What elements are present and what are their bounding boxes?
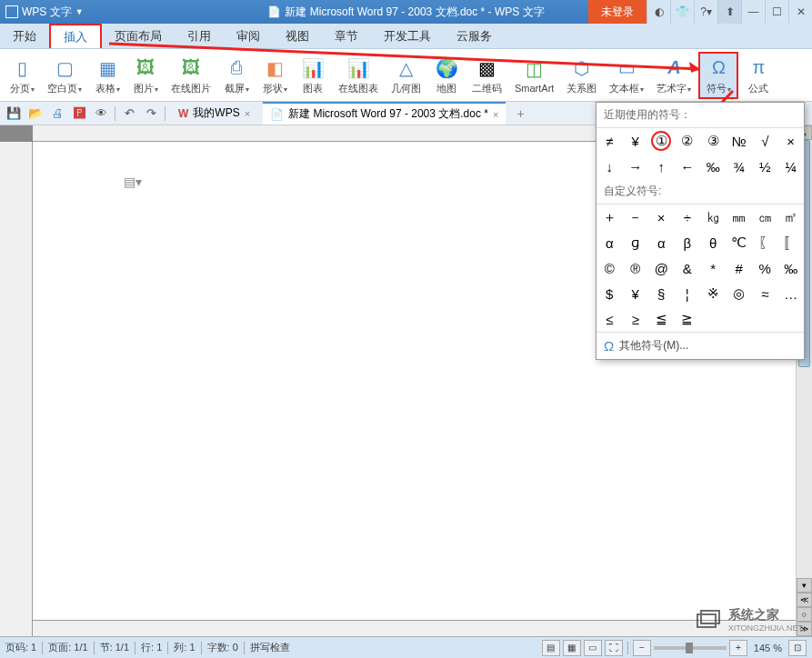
help-icon[interactable]: ?▾: [694, 0, 717, 24]
symbol-cell[interactable]: %: [752, 255, 778, 281]
app-menu-button[interactable]: WPS 文字 ▼: [0, 5, 89, 20]
tab-view[interactable]: 视图: [273, 24, 322, 48]
vertical-ruler[interactable]: [0, 142, 33, 636]
symbol-cell[interactable]: ¦: [675, 281, 701, 306]
status-chars[interactable]: 字数: 0: [207, 641, 238, 654]
view-web-button[interactable]: ▭: [584, 640, 602, 656]
tab-start[interactable]: 开始: [0, 24, 49, 48]
status-spellcheck[interactable]: 拼写检查: [250, 641, 290, 654]
symbol-cell[interactable]: ②: [675, 128, 701, 154]
ribbon-map[interactable]: 🌍地图: [428, 54, 465, 97]
symbol-cell[interactable]: 〚: [778, 230, 805, 255]
tab-review[interactable]: 审阅: [224, 24, 273, 48]
symbol-cell[interactable]: θ: [700, 230, 727, 255]
redo-icon[interactable]: ↷: [143, 105, 159, 122]
symbol-cell[interactable]: √: [752, 128, 778, 154]
symbol-cell[interactable]: ③: [700, 128, 727, 154]
close-button[interactable]: ✕: [788, 0, 812, 24]
undo-icon[interactable]: ↶: [121, 105, 137, 122]
symbol-cell[interactable]: &: [675, 255, 701, 281]
symbol-cell[interactable]: α: [596, 230, 623, 255]
symbol-cell[interactable]: →: [623, 154, 649, 179]
tab-cloud[interactable]: 云服务: [444, 24, 505, 48]
symbol-cell[interactable]: ¥: [623, 281, 649, 306]
skin-icon[interactable]: ◐: [647, 0, 670, 24]
symbol-cell[interactable]: ㎝: [752, 204, 778, 230]
ribbon-shapes[interactable]: ◧形状▾: [256, 54, 293, 97]
symbol-cell[interactable]: ※: [700, 281, 727, 306]
ribbon-relation[interactable]: ⬡关系图: [561, 54, 602, 97]
close-tab-icon[interactable]: ×: [493, 109, 498, 120]
view-outline-button[interactable]: ▦: [563, 640, 581, 656]
ribbon-chart[interactable]: 📊图表: [295, 54, 331, 97]
symbol-cell[interactable]: ÷: [675, 204, 701, 230]
symbol-cell[interactable]: －: [623, 204, 649, 230]
tab-chapter[interactable]: 章节: [322, 24, 371, 48]
login-button[interactable]: 未登录: [588, 0, 647, 24]
minimize-button[interactable]: —: [741, 0, 765, 24]
tab-devtools[interactable]: 开发工具: [371, 24, 444, 48]
symbol-cell[interactable]: §: [648, 281, 675, 306]
nav-pane-icon[interactable]: ▤▾: [124, 174, 142, 189]
symbol-cell[interactable]: ≠: [596, 128, 623, 154]
ribbon-symbol[interactable]: Ω符号▾: [698, 52, 738, 99]
view-print-layout-button[interactable]: ▤: [542, 640, 560, 656]
tab-pagelayout[interactable]: 页面布局: [102, 24, 175, 48]
symbol-cell[interactable]: α: [648, 230, 675, 255]
ribbon-screenshot[interactable]: ⎙截屏▾: [218, 54, 255, 97]
ribbon-table[interactable]: ▦表格▾: [89, 54, 125, 97]
symbol-cell-highlighted[interactable]: ①: [651, 131, 671, 151]
symbol-cell[interactable]: ≈: [752, 281, 778, 306]
zoom-in-button[interactable]: +: [729, 640, 747, 656]
more-symbols-button[interactable]: Ω 其他符号(M)...: [596, 332, 804, 359]
print-icon[interactable]: 🖨: [49, 105, 65, 122]
symbol-cell[interactable]: ＋: [596, 204, 623, 230]
ribbon-textbox[interactable]: ▭文本框▾: [604, 54, 649, 97]
pdf-icon[interactable]: 🅿: [71, 105, 87, 122]
ribbon-picture[interactable]: 🖼图片▾: [127, 54, 164, 97]
symbol-cell[interactable]: ◎: [727, 281, 753, 306]
zoom-slider[interactable]: [654, 646, 727, 650]
ribbon-toggle-icon[interactable]: ⬆: [717, 0, 741, 24]
zoom-out-button[interactable]: −: [633, 640, 651, 656]
symbol-cell[interactable]: …: [778, 281, 805, 306]
symbol-cell[interactable]: ½: [752, 154, 778, 179]
symbol-cell[interactable]: ¼: [778, 154, 805, 179]
ribbon-page-break[interactable]: ▯分页▾: [4, 54, 40, 97]
ribbon-smartart[interactable]: ◫SmartArt: [509, 55, 559, 95]
symbol-cell[interactable]: №: [727, 128, 753, 154]
symbol-cell[interactable]: ←: [675, 154, 701, 179]
tab-reference[interactable]: 引用: [175, 24, 224, 48]
view-fullscreen-button[interactable]: ⛶: [605, 640, 623, 656]
symbol-cell[interactable]: ≥: [623, 306, 649, 332]
symbol-cell[interactable]: ℃: [727, 230, 753, 255]
symbol-cell[interactable]: ㎡: [778, 204, 805, 230]
ribbon-qrcode[interactable]: ▩二维码: [466, 54, 507, 97]
status-line[interactable]: 行: 1: [141, 641, 162, 654]
maximize-button[interactable]: ☐: [765, 0, 788, 24]
print-preview-icon[interactable]: 👁: [93, 105, 109, 122]
symbol-cell[interactable]: ≧: [675, 306, 701, 332]
status-section[interactable]: 节: 1/1: [100, 641, 129, 654]
symbol-cell[interactable]: ㎜: [727, 204, 753, 230]
zoom-level[interactable]: 145 %: [754, 643, 782, 653]
symbol-cell[interactable]: ¥: [623, 128, 649, 154]
zoom-fit-button[interactable]: ⊡: [788, 640, 807, 656]
ribbon-wordart[interactable]: A艺术字▾: [651, 54, 697, 97]
add-tab-button[interactable]: +: [511, 106, 529, 121]
prev-page-button[interactable]: ≪: [797, 593, 812, 607]
ribbon-blank-page[interactable]: ▢空白页▾: [42, 54, 87, 97]
symbol-cell[interactable]: 〖: [752, 230, 778, 255]
symbol-cell[interactable]: $: [596, 281, 623, 306]
status-page-num[interactable]: 页面: 1/1: [48, 641, 87, 654]
ribbon-online-picture[interactable]: 🖼在线图片: [165, 54, 216, 97]
ribbon-online-chart[interactable]: 📊在线图表: [333, 54, 384, 97]
open-icon[interactable]: 📂: [27, 105, 44, 122]
symbol-cell[interactable]: ɡ: [623, 230, 649, 255]
symbol-cell[interactable]: ≤: [596, 306, 623, 332]
symbol-cell[interactable]: *: [700, 255, 727, 281]
shirt-icon[interactable]: 👕: [670, 0, 694, 24]
symbol-cell[interactable]: ㎏: [700, 204, 727, 230]
status-page-code[interactable]: 页码: 1: [5, 641, 36, 654]
horizontal-scrollbar[interactable]: [33, 620, 796, 636]
